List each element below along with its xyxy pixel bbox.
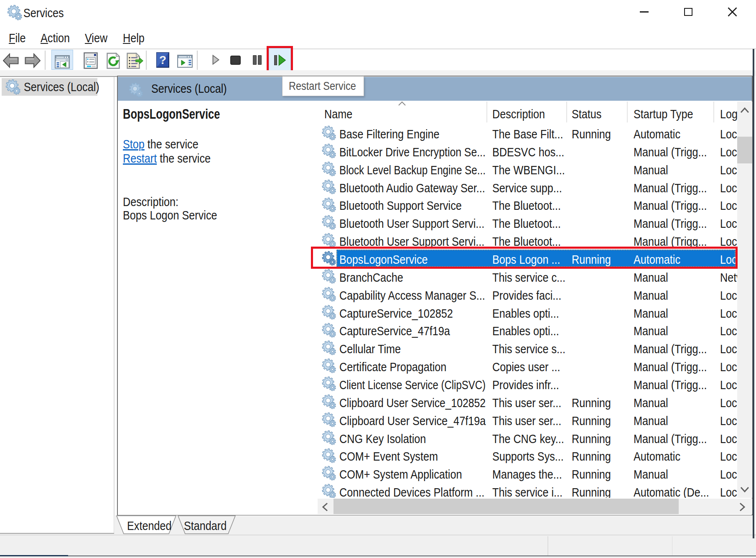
svg-text:?: ? xyxy=(159,54,166,66)
